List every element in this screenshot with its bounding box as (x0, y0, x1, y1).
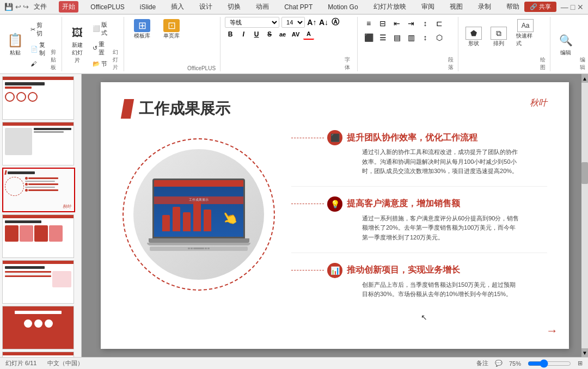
thumb-points (25, 177, 72, 196)
share-button[interactable]: 🔗 共享 (524, 2, 556, 12)
thumb-point-title (28, 177, 58, 179)
single-page-button[interactable]: ⊡ 单页库 (158, 17, 185, 42)
menu-design[interactable]: 设计 (196, 1, 216, 13)
menu-insert[interactable]: 插入 (168, 1, 187, 13)
notes-button[interactable]: 备注 (476, 359, 488, 367)
font-size-select[interactable]: 14 (281, 17, 305, 28)
cursor-pointer: ↖ (421, 313, 427, 322)
menu-slideshow[interactable]: 幻灯片放映 (370, 1, 409, 13)
strikethrough-button[interactable]: S (264, 29, 275, 40)
smart-art-button[interactable]: ⬡ (433, 31, 446, 44)
key (207, 248, 210, 249)
char-spacing-button[interactable]: AV (290, 29, 301, 40)
thumb-content-9 (3, 306, 74, 349)
shadow-button[interactable]: ae (277, 29, 288, 40)
align-right-button[interactable]: ▤ (390, 31, 403, 44)
reset-button[interactable]: ↺重置 (90, 39, 109, 58)
slide-item-10[interactable]: 10 (2, 352, 79, 357)
fit-window-button[interactable]: ⊞ (578, 360, 583, 367)
icon-symbol-1: ⬛ (330, 133, 340, 142)
new-slide-button[interactable]: 🖼 新建幻灯片 (66, 17, 88, 71)
thumb-row (5, 273, 51, 275)
slide-thumbnail-5[interactable] (2, 122, 74, 165)
slide-thumbnail-8[interactable] (2, 260, 74, 304)
thumb-content-10 (3, 355, 74, 357)
slide-title: 工作成果展示 (139, 99, 230, 119)
menu-officeplus[interactable]: OfficePLUS (87, 2, 127, 12)
section-button[interactable]: 📂节 (90, 59, 109, 69)
status-bar: 幻灯片 6/11 中文（中国） 备注 💬 75% ⊞ (0, 357, 588, 369)
thumb-circle (16, 92, 26, 102)
comments-button[interactable]: 💬 (495, 360, 503, 367)
slide-item-9[interactable]: 9 (2, 306, 79, 349)
clear-format-button[interactable]: Ⓐ (330, 17, 340, 28)
menu-view[interactable]: 视图 (446, 1, 466, 13)
slide-thumbnail-6[interactable]: 秋叶 (2, 168, 75, 212)
italic-button[interactable]: I (238, 29, 249, 40)
font-increase-button[interactable]: A↑ (307, 17, 317, 28)
arrange-button[interactable]: ⧉ 排列 (488, 24, 510, 50)
font-family-select[interactable]: 等线 (225, 17, 279, 28)
slide-thumbnail-7[interactable] (2, 214, 74, 258)
menu-review[interactable]: 审阅 (418, 1, 438, 13)
slide-thumbnail-10[interactable] (2, 352, 74, 357)
thumb-accent-bar (5, 87, 32, 89)
slide-item-6[interactable]: 6 (2, 168, 79, 212)
menu-chatppt[interactable]: Chat PPT (281, 2, 316, 12)
menu-motiongo[interactable]: Motion Go (324, 2, 361, 12)
scroll-up-button[interactable]: ▲ (581, 74, 588, 83)
slide-item-7[interactable]: 7 (2, 214, 79, 258)
justify-button[interactable]: ▥ (405, 31, 418, 44)
connector-2: 💡 提高客户满意度，增加销售额 (291, 196, 547, 212)
thumb-point-title (28, 183, 58, 185)
menu-islide[interactable]: iSlide (137, 2, 159, 12)
edit-button[interactable]: 🔍 编辑 (555, 17, 577, 71)
thumb-dot (25, 183, 28, 186)
point-icon-1: ⬛ (327, 130, 342, 145)
thumb-title (5, 266, 45, 269)
screen-background: 工作成果展示 👆 (154, 180, 243, 237)
drawing-label: 绘图 (540, 56, 546, 71)
menu-help[interactable]: 帮助 (503, 1, 523, 13)
menu-record[interactable]: 录制 (475, 1, 494, 13)
copy-button[interactable]: 📄复制 (28, 40, 47, 58)
decrease-indent-button[interactable]: ⇤ (390, 17, 403, 30)
align-left-button[interactable]: ⬛ (362, 31, 375, 44)
list-numbers-button[interactable]: ⊟ (376, 17, 389, 30)
slide-item-4[interactable]: 4 (2, 76, 79, 120)
menu-home[interactable]: 开始 (59, 1, 78, 13)
ribbon-group-editing: 🔍 编辑 编辑 (555, 17, 588, 71)
underline-button[interactable]: U (251, 29, 262, 40)
cut-button[interactable]: ✂剪切 (28, 20, 47, 39)
slide-thumbnail-9[interactable] (2, 306, 74, 349)
vertical-scrollbar[interactable]: ▲ ▼ (581, 74, 588, 357)
template-button[interactable]: ⊞ 模板库 (128, 17, 156, 42)
scroll-down-button[interactable]: ▼ (581, 348, 588, 357)
quick-style-button[interactable]: Aa 快速样式 (513, 17, 538, 50)
font-decrease-button[interactable]: A↓ (319, 17, 329, 28)
slide-thumbnail-4[interactable] (2, 76, 74, 120)
list-bullets-button[interactable]: ≡ (362, 17, 375, 30)
menu-animation[interactable]: 动画 (253, 1, 272, 13)
shapes-button[interactable]: ⬟ 形状 (463, 24, 485, 50)
thumb-content-7 (3, 218, 74, 257)
line-spacing-button[interactable]: ↕ (419, 31, 432, 44)
slide-item-5[interactable]: 5 (2, 122, 79, 165)
columns-button[interactable]: ⊏ (433, 17, 446, 30)
paste-button[interactable]: 📋 粘贴 (4, 17, 26, 71)
bold-button[interactable]: B (225, 29, 236, 40)
cut-label: 剪切 (36, 21, 45, 38)
font-color-button[interactable]: A (303, 29, 314, 40)
layout-button[interactable]: ⬜版式 (90, 20, 109, 38)
format-painter-button[interactable]: 🖌 (28, 59, 47, 68)
text-direction-button[interactable]: ↕ (419, 17, 432, 30)
menu-transition[interactable]: 切换 (224, 1, 244, 13)
increase-indent-button[interactable]: ⇥ (405, 17, 418, 30)
menu-file[interactable]: 文件 (30, 1, 50, 13)
align-center-button[interactable]: ☰ (376, 31, 389, 44)
thumb-col (5, 271, 51, 287)
point-icon-2: 💡 (327, 196, 342, 212)
scroll-thumb[interactable] (581, 162, 588, 184)
zoom-slider[interactable] (528, 359, 571, 368)
slide-item-8[interactable]: 8 (2, 260, 79, 304)
